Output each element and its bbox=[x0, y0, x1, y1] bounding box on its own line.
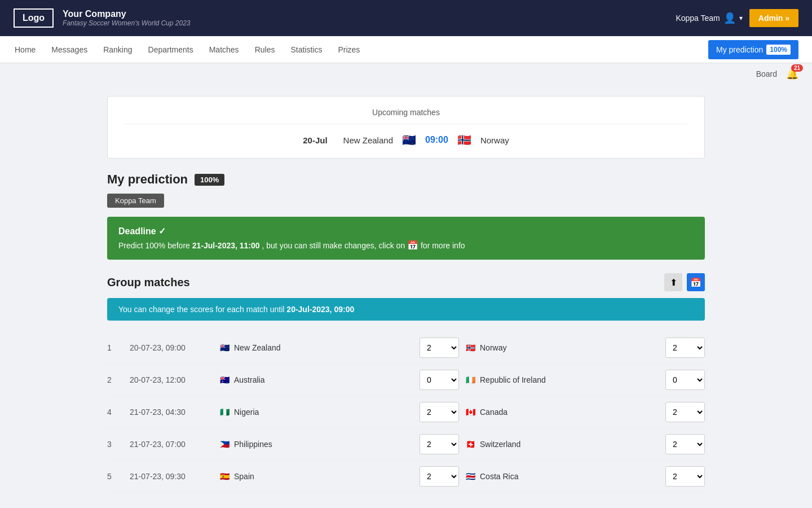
away-team: 🇨🇦 Canada bbox=[466, 408, 665, 417]
away-team: 🇨🇭 Switzerland bbox=[466, 440, 665, 449]
home-team-name: Australia bbox=[234, 375, 264, 384]
user-icon[interactable]: 👤 bbox=[723, 12, 736, 24]
match-datetime: 21-07-23, 07:00 bbox=[130, 440, 220, 449]
board-link[interactable]: Board bbox=[756, 69, 777, 78]
away-flag-icon: 🇮🇪 bbox=[466, 375, 475, 384]
nav-departments[interactable]: Departments bbox=[147, 36, 195, 63]
match-number: 4 bbox=[107, 408, 130, 417]
info-date: 20-Jul-2023, 09:00 bbox=[286, 305, 354, 314]
away-flag-icon: 🇨🇭 bbox=[466, 440, 475, 449]
home-score-select[interactable]: 012345678910 bbox=[420, 434, 459, 454]
upcoming-match-date: 20-Jul bbox=[303, 135, 327, 145]
home-team-name: Nigeria bbox=[234, 408, 259, 417]
match-number: 5 bbox=[107, 472, 130, 481]
calendar-icon[interactable]: 📅 bbox=[407, 240, 418, 250]
away-team-name: Canada bbox=[480, 408, 508, 417]
deadline-description: Predict 100% before 21-Jul-2023, 11:00 ,… bbox=[118, 240, 694, 251]
nav-ranking[interactable]: Ranking bbox=[102, 36, 133, 63]
logo: Logo bbox=[14, 8, 54, 28]
away-score-select[interactable]: 012345678910 bbox=[665, 338, 705, 358]
deadline-banner: Deadline ✓ Predict 100% before 21-Jul-20… bbox=[107, 217, 705, 260]
away-flag-icon: 🇨🇦 bbox=[466, 408, 475, 417]
table-row: 2 20-07-23, 12:00 🇦🇺 Australia 012345678… bbox=[107, 364, 705, 396]
home-team: 🇵🇭 Philippines bbox=[220, 440, 420, 449]
home-flag-icon: 🇦🇺 bbox=[220, 375, 230, 384]
user-name: Koppa Team bbox=[676, 14, 720, 23]
home-score-select[interactable]: 012345678910 bbox=[420, 370, 459, 390]
home-team: 🇦🇺 Australia bbox=[220, 375, 420, 384]
away-team-name: Republic of Ireland bbox=[480, 375, 546, 384]
secondary-nav: Board 🔔 21 bbox=[0, 63, 812, 85]
home-score-select[interactable]: 012345678910 bbox=[420, 338, 459, 358]
upcoming-away-team: Norway bbox=[480, 135, 509, 145]
header-right: Koppa Team 👤 ▾ Admin » bbox=[676, 9, 798, 27]
nav-messages[interactable]: Messages bbox=[50, 36, 89, 63]
home-score-select[interactable]: 012345678910 bbox=[420, 466, 459, 487]
company-subtitle: Fantasy Soccer Women's World Cup 2023 bbox=[63, 19, 190, 27]
nav-statistics[interactable]: Statistics bbox=[289, 36, 323, 63]
nav-matches[interactable]: Matches bbox=[208, 36, 240, 63]
nav-rules[interactable]: Rules bbox=[254, 36, 276, 63]
away-team-name: Switzerland bbox=[480, 440, 520, 449]
deadline-date: 21-Jul-2023, 11:00 bbox=[192, 241, 260, 250]
home-flag-icon: 🇳🇿 bbox=[220, 343, 230, 352]
my-prediction-button[interactable]: My prediction 100% bbox=[708, 40, 798, 59]
deadline-title-text: Deadline ✓ bbox=[118, 226, 166, 237]
main-nav: Home Messages Ranking Departments Matche… bbox=[0, 36, 812, 63]
away-team: 🇨🇷 Costa Rica bbox=[466, 472, 665, 481]
upcoming-matches-card: Upcoming matches 20-Jul New Zealand 🇳🇿 0… bbox=[107, 96, 705, 159]
calendar-button[interactable]: 📅 bbox=[687, 273, 705, 291]
divider bbox=[125, 124, 687, 124]
dropdown-arrow-icon[interactable]: ▾ bbox=[739, 14, 743, 22]
admin-button[interactable]: Admin » bbox=[749, 9, 798, 27]
away-team-name: Norway bbox=[480, 343, 506, 352]
table-row: 5 21-07-23, 09:30 🇪🇸 Spain 012345678910 … bbox=[107, 461, 705, 493]
away-team-name: Costa Rica bbox=[480, 472, 518, 481]
nav-home[interactable]: Home bbox=[14, 36, 37, 63]
group-matches-title: Group matches bbox=[107, 276, 190, 289]
main-content: Upcoming matches 20-Jul New Zealand 🇳🇿 0… bbox=[96, 85, 716, 504]
matches-table: 1 20-07-23, 09:00 🇳🇿 New Zealand 0123456… bbox=[107, 332, 705, 493]
team-tag: Koppa Team bbox=[107, 194, 164, 208]
my-prediction-pct-badge: 100% bbox=[766, 45, 791, 55]
away-team: 🇮🇪 Republic of Ireland bbox=[466, 375, 665, 384]
home-team: 🇪🇸 Spain bbox=[220, 472, 420, 481]
away-team: 🇳🇴 Norway bbox=[466, 343, 665, 352]
away-score-select[interactable]: 012345678910 bbox=[665, 434, 705, 454]
home-flag-icon: 🇪🇸 bbox=[220, 472, 230, 481]
away-score-select[interactable]: 012345678910 bbox=[665, 402, 705, 422]
group-matches-section: Group matches ⬆ 📅 You can change the sco… bbox=[107, 273, 705, 493]
header: Logo Your Company Fantasy Soccer Women's… bbox=[0, 0, 812, 36]
up-arrow-button[interactable]: ⬆ bbox=[664, 273, 682, 291]
home-team: 🇳🇿 New Zealand bbox=[220, 343, 420, 352]
my-prediction-label: My prediction bbox=[716, 45, 763, 54]
match-number: 1 bbox=[107, 343, 130, 352]
bell-wrapper: 🔔 21 bbox=[786, 68, 798, 80]
upcoming-home-flag: 🇳🇿 bbox=[402, 133, 416, 147]
match-datetime: 20-07-23, 12:00 bbox=[130, 375, 220, 384]
my-prediction-pct: 100% bbox=[195, 174, 224, 186]
home-team-name: Philippines bbox=[234, 440, 272, 449]
user-info: Koppa Team 👤 ▾ bbox=[676, 12, 742, 24]
my-prediction-title: My prediction bbox=[107, 172, 188, 187]
table-row: 4 21-07-23, 04:30 🇳🇬 Nigeria 01234567891… bbox=[107, 396, 705, 428]
deadline-prefix: Predict 100% before bbox=[118, 241, 192, 250]
deadline-suffix: , but you can still make changes, click … bbox=[260, 241, 405, 250]
group-matches-header: Group matches ⬆ 📅 bbox=[107, 273, 705, 291]
upcoming-away-flag: 🇳🇴 bbox=[457, 133, 471, 147]
away-score-select[interactable]: 012345678910 bbox=[665, 466, 705, 487]
my-prediction-header: My prediction 100% bbox=[107, 172, 705, 187]
info-text: You can change the scores for each match… bbox=[118, 305, 286, 314]
match-number: 3 bbox=[107, 440, 130, 449]
notification-badge: 21 bbox=[791, 64, 803, 72]
away-score-select[interactable]: 012345678910 bbox=[665, 370, 705, 390]
home-flag-icon: 🇵🇭 bbox=[220, 440, 230, 449]
company-info: Your Company Fantasy Soccer Women's Worl… bbox=[63, 9, 190, 27]
group-matches-icons: ⬆ 📅 bbox=[664, 273, 705, 291]
header-left: Logo Your Company Fantasy Soccer Women's… bbox=[14, 8, 190, 28]
home-flag-icon: 🇳🇬 bbox=[220, 408, 230, 417]
nav-prizes[interactable]: Prizes bbox=[337, 36, 361, 63]
upcoming-match-time: 09:00 bbox=[425, 135, 448, 145]
match-datetime: 21-07-23, 04:30 bbox=[130, 408, 220, 417]
home-score-select[interactable]: 012345678910 bbox=[420, 402, 459, 422]
